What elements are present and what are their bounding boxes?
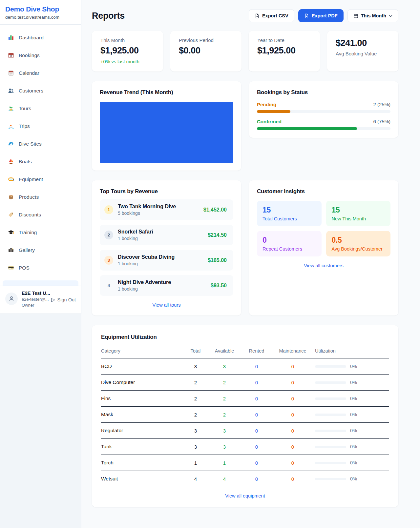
equipment-total: 3 [184,364,207,369]
column-maintenance: Maintenance [272,348,314,354]
credit-card-icon [8,265,14,271]
user-role: Owner [22,303,47,308]
period-dropdown[interactable]: This Month [347,9,398,22]
status-value: 6 (75%) [373,119,390,124]
tour-name: Night Dive Adventure [118,279,171,285]
equipment-row: BCD33000% [101,358,389,375]
sidebar-item-discounts[interactable]: Discounts [3,208,78,221]
equipment-total: 3 [184,428,207,434]
sidebar-item-label: Products [19,194,39,200]
sidebar-item-customers[interactable]: Customers [3,84,78,97]
tour-bookings: 1 booking [118,261,175,266]
utilization-text: 0% [350,460,357,465]
tour-bookings: 1 booking [118,286,171,292]
equipment-rented: 0 [242,444,272,450]
tour-row: 4Night Dive Adventure1 booking$93.50 [100,275,233,296]
equipment-category: Tank [101,444,184,450]
equipment-total: 2 [184,380,207,385]
sidebar-item-trips[interactable]: Trips [3,120,78,132]
tour-bookings: 1 booking [118,236,153,241]
view-all-customers-link[interactable]: View all customers [257,263,390,268]
sidebar-item-tours[interactable]: Tours [3,102,78,115]
stat-label: Year to Date [257,37,311,43]
sidebar-item-boats[interactable]: Boats [3,155,78,168]
equipment-maintenance: 0 [272,396,314,401]
panel-title: Customer Insights [257,188,390,195]
sidebar-item-label: Discounts [19,212,41,218]
sidebar-item-equipment[interactable]: Equipment [3,173,78,186]
utilization-track [315,365,346,368]
box-icon [8,194,14,200]
utilization-cell: 0% [314,364,389,369]
equipment-category: Wetsuit [101,476,184,482]
tours-list: 1Two Tank Morning Dive5 bookings$1,452.0… [100,199,233,296]
tour-name: Snorkel Safari [118,229,153,235]
sidebar-item-label: Dive Sites [19,141,42,147]
sidebar-item-label: Bookings [19,52,40,58]
revenue-trend-chart [100,102,233,163]
sidebar-item-label: Customers [19,88,43,94]
sidebar-item-gallery[interactable]: Gallery [3,244,78,256]
equipment-rented: 0 [242,396,272,401]
utilization-track [315,478,346,480]
equipment-maintenance: 0 [272,460,314,466]
sidebar-item-calendar[interactable]: Calendar [3,67,78,79]
user-panel: E2E Test U... e2e-tester@... Owner Sign … [0,286,81,314]
brand: Demo Dive Shop demo.test.divestreams.com [0,0,81,24]
sidebar-item-label: Boats [19,159,32,165]
sidebar-item-training[interactable]: Training [3,226,78,239]
status-progress-track [257,127,390,130]
utilization-track [315,381,346,384]
status-row-pending: Pending2 (25%) [257,102,390,113]
equipment-category: Mask [101,412,184,417]
tour-info: Two Tank Morning Dive5 bookings [118,204,176,216]
view-all-tours-link[interactable]: View all tours [100,302,233,308]
tour-row: 3Discover Scuba Diving1 booking$165.00 [100,250,233,271]
charts-row: Revenue Trend (This Month) Bookings by S… [92,81,398,171]
tour-amount: $214.50 [208,232,227,238]
sidebar-active-item-partial[interactable] [3,280,78,286]
column-rented: Rented [242,348,272,354]
sign-out-button[interactable]: Sign Out [51,297,76,302]
sidebar-item-pos[interactable]: POS [3,261,78,274]
avatar [5,293,18,305]
tour-info: Discover Scuba Diving1 booking [118,254,175,266]
rank-badge: 1 [104,205,113,214]
status-label: Pending [257,102,276,107]
equipment-total: 2 [184,396,207,401]
stat-value: $0.00 [179,46,233,56]
diving-mask-icon [8,176,14,182]
equipment-total: 1 [184,460,207,466]
sidebar-item-products[interactable]: Products [3,191,78,203]
export-pdf-button[interactable]: Export PDF [298,9,344,22]
equipment-maintenance: 0 [272,412,314,417]
stat-value: $1,925.00 [100,46,155,56]
utilization-text: 0% [350,380,357,385]
wave-icon [8,141,14,147]
utilization-cell: 0% [314,412,389,417]
insight-tile-total-customers: 15Total Customers [257,201,322,226]
export-csv-button[interactable]: Export CSV [249,9,294,22]
sidebar-item-bookings[interactable]: 17Bookings [3,49,78,62]
sidebar-item-dive-sites[interactable]: Dive Sites [3,137,78,150]
calendar-date-icon: 17 [8,52,14,58]
sidebar-item-dashboard[interactable]: Dashboard [3,31,78,44]
people-icon [8,88,14,94]
user-email: e2e-tester@... [22,297,47,302]
equipment-rented: 0 [242,428,272,434]
equipment-maintenance: 0 [272,476,314,482]
stat-value: $1,925.00 [257,46,311,56]
equipment-rented: 0 [242,364,272,369]
sign-out-label: Sign Out [57,297,76,302]
insight-label: Total Customers [262,216,316,221]
panel-title: Top Tours by Revenue [100,188,233,195]
view-all-equipment-link[interactable]: View all equipment [101,493,389,498]
stat-card-avg-booking-value: $241.00 Avg Booking Value [327,31,398,71]
insight-value: 0.5 [332,236,385,245]
equipment-rented: 0 [242,460,272,466]
equipment-table-body: BCD33000%Dive Computer22000%Fins22000%Ma… [101,358,389,487]
equipment-category: Fins [101,396,184,401]
sidebar-item-label: Dashboard [19,35,44,41]
utilization-text: 0% [350,364,357,369]
period-label: This Month [361,13,386,18]
